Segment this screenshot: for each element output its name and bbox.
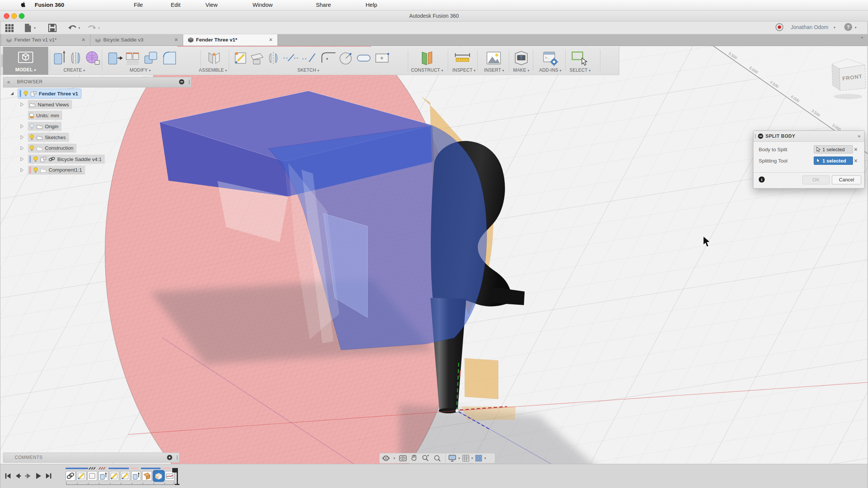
browser-header[interactable]: « BROWSER [3,77,191,87]
redo-icon[interactable] [87,24,96,32]
tab-close-icon[interactable]: ✕ [81,37,86,43]
dialog-grip[interactable] [755,134,756,138]
spline-icon[interactable] [302,50,318,66]
collapsed-arrow-icon[interactable] [20,146,24,150]
comments-resize-grip[interactable] [177,455,178,460]
ribbon-group-modify[interactable]: MODIFY ▾ [130,68,151,73]
fillet-icon[interactable] [161,50,177,66]
tab-close-icon[interactable]: ✕ [269,37,273,43]
timeline-sketch[interactable] [109,471,119,481]
timeline-base-body[interactable] [87,471,97,481]
new-file-icon[interactable] [24,23,32,32]
grid-caret[interactable]: ▾ [472,456,473,460]
menu-file[interactable]: File [134,2,143,8]
zoom-icon[interactable] [421,454,430,462]
arc-icon[interactable] [320,50,337,66]
select-icon[interactable] [571,50,588,67]
display-caret[interactable]: ▾ [458,456,460,460]
timeline-sketch[interactable] [120,471,130,481]
component-name[interactable]: Component1:1 [49,167,82,173]
component-name[interactable]: Fender Three v1 [39,91,78,97]
expanded-arrow-icon[interactable] [10,91,14,96]
timeline-extrude[interactable] [131,471,141,481]
user-account-menu[interactable]: Jonathan Odom [791,24,828,30]
revolve-icon[interactable] [69,50,83,66]
dialog-mode-icon[interactable] [758,134,763,139]
combine-icon[interactable] [143,50,159,66]
look-at-icon[interactable] [399,454,407,462]
tab-close-icon[interactable]: ✕ [174,37,178,43]
lightbulb-on-icon[interactable] [33,156,38,162]
folder-name[interactable]: Construction [45,145,73,151]
user-menu-caret[interactable]: ▾ [834,26,836,29]
apple-menu-icon[interactable] [21,2,27,8]
menu-help[interactable]: Help [366,2,377,8]
tab-fender-two[interactable]: Fender Two v1 v1* ✕ [2,34,90,46]
collapsed-arrow-icon[interactable] [20,168,24,172]
comments-toggle-icon[interactable] [167,455,172,460]
lightbulb-on-icon[interactable] [33,167,38,173]
clear-selection-icon[interactable]: ✕ [854,158,858,164]
ribbon-group-insert[interactable]: INSERT ▾ [484,68,504,73]
lightbulb-off-icon[interactable] [29,123,34,129]
interference-icon[interactable] [125,50,140,66]
dialog-expand-icon[interactable]: » [858,133,860,139]
dialog-header[interactable]: SPLIT BODY » [753,131,864,142]
tab-bicycle-saddle[interactable]: Bicycle Saddle v3 ✕ [90,34,183,46]
undo-caret[interactable]: ▾ [78,26,80,30]
ok-button[interactable]: OK [802,175,830,184]
data-panel-icon[interactable] [5,24,14,32]
ribbon-group-sketch[interactable]: SKETCH ▾ [297,68,319,73]
fit-icon[interactable] [433,454,441,462]
insert-image-icon[interactable] [485,50,502,66]
grid-display-icon[interactable] [462,454,470,462]
viewports-icon[interactable] [475,454,482,462]
orbit-icon[interactable] [382,454,390,462]
collapsed-arrow-icon[interactable] [20,124,24,129]
line-icon[interactable] [283,50,299,66]
pan-icon[interactable] [410,454,418,462]
viewports-caret[interactable]: ▾ [484,456,486,460]
help-menu-caret[interactable]: ▾ [855,26,857,29]
folder-name[interactable]: Origin [45,124,58,129]
mirror-icon[interactable] [266,50,280,66]
browser-display-toggle-icon[interactable] [179,79,184,84]
ribbon-group-create[interactable]: CREATE ▾ [63,68,85,73]
circle-icon[interactable] [338,50,355,66]
splitting-tool-selection[interactable]: 1 selected [814,157,853,165]
workspace-selector-model[interactable]: MODEL ▾ [3,47,48,75]
body-to-split-selection[interactable]: 1 selected [814,145,853,153]
menu-edit[interactable]: Edit [171,2,181,8]
lightbulb-on-icon[interactable] [29,145,34,151]
construct-plane-icon[interactable] [419,50,435,67]
ribbon-group-inspect[interactable]: INSPECT ▾ [452,68,475,73]
make-3dprint-icon[interactable] [513,50,529,66]
addins-icon[interactable]: >_ [542,50,559,66]
extrude-icon[interactable] [53,50,67,66]
ribbon-group-assemble[interactable]: ASSEMBLE ▾ [199,68,227,73]
clear-selection-icon[interactable]: ✕ [854,147,858,152]
new-file-caret[interactable]: ▾ [34,26,36,30]
menu-window[interactable]: Window [253,2,272,8]
browser-resize-grip[interactable] [189,80,190,84]
step-back-button[interactable] [14,473,21,479]
go-to-start-button[interactable] [5,473,11,479]
press-pull-icon[interactable] [107,50,123,66]
units-label[interactable]: Units: mm [36,113,59,118]
menu-view[interactable]: View [205,2,217,8]
comments-panel[interactable]: COMMENTS [3,453,179,463]
component-name[interactable]: Bicycle Saddle v4:1 [57,157,102,162]
folder-name[interactable]: Sketches [45,135,66,140]
lightbulb-on-icon[interactable] [23,91,28,97]
measure-icon[interactable] [454,50,471,67]
slot-icon[interactable] [356,50,372,66]
timeline-split-body-selected[interactable] [154,471,164,481]
timeline-form[interactable] [142,471,152,481]
lightbulb-on-icon[interactable] [29,134,34,140]
undo-icon[interactable] [68,24,77,32]
menu-share[interactable]: Share [316,2,331,8]
project-include-icon[interactable] [250,50,265,66]
rectangle-icon[interactable] [374,50,390,66]
joint-icon[interactable] [207,50,222,66]
ribbon-group-select[interactable]: SELECT ▾ [569,68,591,73]
